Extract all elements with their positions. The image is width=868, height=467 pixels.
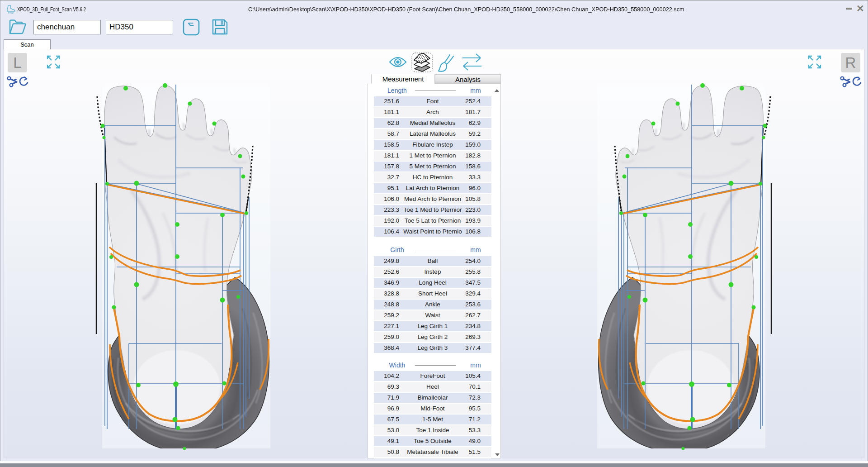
svg-text:XPOD: XPOD xyxy=(8,12,14,14)
